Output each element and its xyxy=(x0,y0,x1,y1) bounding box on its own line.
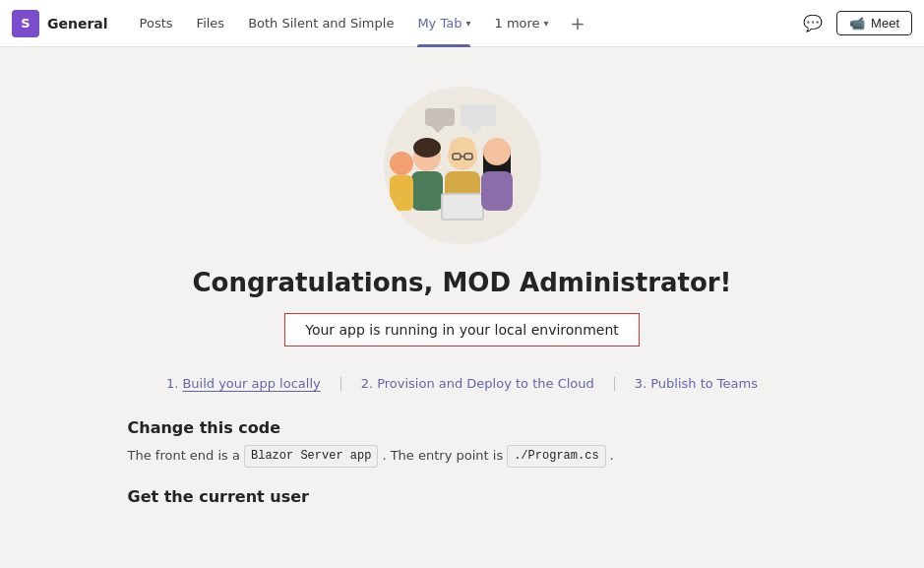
step-3[interactable]: 3. Publish to Teams xyxy=(635,376,758,391)
top-nav: Posts Files Both Silent and Simple My Ta… xyxy=(128,0,797,47)
team-illustration xyxy=(384,87,541,244)
section1-heading: Change this code xyxy=(128,418,797,437)
step-3-num: 3. xyxy=(635,376,647,391)
step-divider-2 xyxy=(614,377,615,391)
svg-rect-21 xyxy=(390,175,413,211)
steps-row: 1. Build your app locally 2. Provision a… xyxy=(166,376,758,391)
channel-title: General xyxy=(47,16,108,32)
step-1-num: 1. xyxy=(166,376,178,391)
step-2[interactable]: 2. Provision and Deploy to the Cloud xyxy=(361,376,594,391)
chat-icon-button[interactable]: 💬 xyxy=(797,8,829,39)
status-box: Your app is running in your local enviro… xyxy=(284,313,640,347)
content-sections: Change this code The front end is a Blaz… xyxy=(108,418,817,506)
meet-label: Meet xyxy=(871,16,899,31)
status-text: Your app is running in your local enviro… xyxy=(305,322,619,338)
congrats-heading: Congratulations, MOD Administrator! xyxy=(193,268,732,297)
nav-item-posts[interactable]: Posts xyxy=(128,0,185,47)
svg-rect-7 xyxy=(411,171,443,211)
section1-text: The front end is a Blazor Server app . T… xyxy=(128,445,797,468)
nav-item-my-tab[interactable]: My Tab ▾ xyxy=(405,0,482,47)
section1-text-before: The front end is a xyxy=(128,446,240,467)
avatar: S xyxy=(12,10,39,37)
svg-point-18 xyxy=(483,138,511,165)
nav-item-files[interactable]: Files xyxy=(185,0,237,47)
step-3-label: Publish to Teams xyxy=(650,376,758,391)
main-content: Congratulations, MOD Administrator! Your… xyxy=(0,47,924,568)
step-divider-1 xyxy=(340,377,341,391)
program-code-tag: ./Program.cs xyxy=(507,445,605,468)
more-chevron: ▾ xyxy=(544,18,549,29)
section1-text-end: . xyxy=(610,446,614,467)
illustration-circle xyxy=(384,87,541,244)
step-1[interactable]: 1. Build your app locally xyxy=(166,376,321,391)
nav-item-more[interactable]: 1 more ▾ xyxy=(482,0,560,47)
nav-item-both-silent[interactable]: Both Silent and Simple xyxy=(236,0,405,47)
svg-rect-19 xyxy=(481,171,513,211)
svg-rect-1 xyxy=(461,104,496,126)
step-2-label: Provision and Deploy to the Cloud xyxy=(377,376,594,391)
meet-button[interactable]: 📹 Meet xyxy=(836,11,912,35)
svg-point-6 xyxy=(413,138,441,158)
svg-rect-15 xyxy=(443,195,482,219)
svg-point-20 xyxy=(390,152,413,175)
step-2-num: 2. xyxy=(361,376,373,391)
my-tab-chevron: ▾ xyxy=(465,18,470,29)
svg-point-9 xyxy=(450,137,475,155)
section1-text-mid: . The entry point is xyxy=(382,446,503,467)
section2-heading: Get the current user xyxy=(128,487,797,506)
svg-rect-3 xyxy=(425,108,455,126)
step-1-label: Build your app locally xyxy=(182,376,320,391)
blazor-code-tag: Blazor Server app xyxy=(244,445,378,468)
add-tab-button[interactable]: + xyxy=(561,0,595,47)
topbar: S General Posts Files Both Silent and Si… xyxy=(0,0,924,47)
meet-camera-icon: 📹 xyxy=(849,16,865,31)
topbar-right: 💬 📹 Meet xyxy=(797,8,912,39)
